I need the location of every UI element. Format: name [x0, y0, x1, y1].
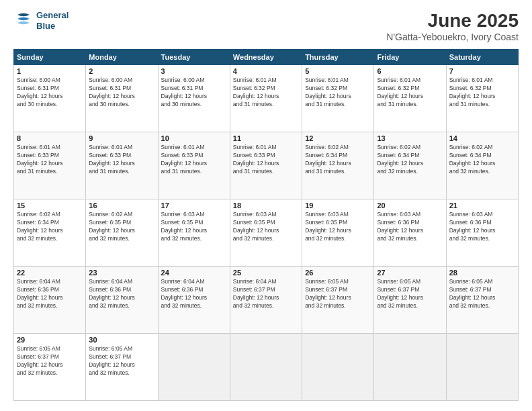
- day-info: Sunrise: 6:04 AM Sunset: 6:37 PM Dayligh…: [233, 278, 299, 310]
- day-info: Sunrise: 6:05 AM Sunset: 6:37 PM Dayligh…: [17, 345, 83, 377]
- day-number: 14: [449, 134, 515, 142]
- calendar-day-cell: 19Sunrise: 6:03 AM Sunset: 6:35 PM Dayli…: [302, 199, 374, 267]
- day-number: 18: [233, 201, 299, 210]
- day-number: 4: [233, 67, 299, 75]
- day-info: Sunrise: 6:02 AM Sunset: 6:34 PM Dayligh…: [449, 144, 515, 176]
- calendar-day-cell: 24Sunrise: 6:04 AM Sunset: 6:36 PM Dayli…: [158, 267, 230, 334]
- calendar-day-cell: 22Sunrise: 6:04 AM Sunset: 6:36 PM Dayli…: [14, 267, 86, 334]
- calendar-day-cell: [374, 334, 446, 401]
- day-info: Sunrise: 6:01 AM Sunset: 6:33 PM Dayligh…: [233, 144, 299, 176]
- calendar-day-cell: 17Sunrise: 6:03 AM Sunset: 6:35 PM Dayli…: [158, 199, 230, 267]
- weekday-header: Wednesday: [230, 50, 302, 65]
- calendar-week-row: 29Sunrise: 6:05 AM Sunset: 6:37 PM Dayli…: [14, 334, 519, 401]
- main-title: June 2025: [386, 10, 519, 32]
- day-number: 17: [161, 201, 227, 210]
- calendar-day-cell: 7Sunrise: 6:01 AM Sunset: 6:32 PM Daylig…: [446, 65, 518, 132]
- logo-text: General Blue: [36, 10, 69, 31]
- day-number: 2: [89, 67, 154, 75]
- day-number: 16: [89, 201, 154, 210]
- day-number: 25: [233, 269, 299, 277]
- weekday-header: Saturday: [446, 50, 518, 65]
- day-info: Sunrise: 6:03 AM Sunset: 6:35 PM Dayligh…: [233, 211, 299, 243]
- day-number: 21: [449, 201, 515, 210]
- day-info: Sunrise: 6:01 AM Sunset: 6:32 PM Dayligh…: [233, 77, 299, 109]
- day-info: Sunrise: 6:02 AM Sunset: 6:34 PM Dayligh…: [17, 211, 83, 243]
- calendar-day-cell: 11Sunrise: 6:01 AM Sunset: 6:33 PM Dayli…: [230, 132, 302, 199]
- day-number: 13: [377, 134, 443, 142]
- day-info: Sunrise: 6:03 AM Sunset: 6:36 PM Dayligh…: [377, 211, 443, 243]
- calendar-day-cell: [446, 334, 518, 401]
- day-info: Sunrise: 6:05 AM Sunset: 6:37 PM Dayligh…: [377, 278, 443, 310]
- calendar-day-cell: [302, 334, 374, 401]
- day-number: 7: [449, 67, 515, 75]
- day-number: 22: [17, 269, 83, 277]
- day-number: 23: [89, 269, 154, 277]
- subtitle: N'Gatta-Yebouekro, Ivory Coast: [386, 32, 519, 42]
- day-info: Sunrise: 6:01 AM Sunset: 6:33 PM Dayligh…: [89, 144, 154, 176]
- weekday-header: Sunday: [14, 50, 86, 65]
- day-info: Sunrise: 6:03 AM Sunset: 6:35 PM Dayligh…: [305, 211, 371, 243]
- calendar-day-cell: [230, 334, 302, 401]
- day-info: Sunrise: 6:02 AM Sunset: 6:35 PM Dayligh…: [89, 211, 154, 243]
- day-info: Sunrise: 6:01 AM Sunset: 6:32 PM Dayligh…: [449, 77, 515, 109]
- calendar-table: SundayMondayTuesdayWednesdayThursdayFrid…: [13, 49, 519, 401]
- day-number: 15: [17, 201, 83, 210]
- day-info: Sunrise: 6:00 AM Sunset: 6:31 PM Dayligh…: [17, 77, 83, 109]
- day-number: 12: [305, 134, 371, 142]
- calendar-day-cell: 1Sunrise: 6:00 AM Sunset: 6:31 PM Daylig…: [14, 65, 86, 132]
- weekday-header: Friday: [374, 50, 446, 65]
- calendar-day-cell: 27Sunrise: 6:05 AM Sunset: 6:37 PM Dayli…: [374, 267, 446, 334]
- calendar-day-cell: 3Sunrise: 6:00 AM Sunset: 6:31 PM Daylig…: [158, 65, 230, 132]
- day-number: 19: [305, 201, 371, 210]
- calendar-week-row: 1Sunrise: 6:00 AM Sunset: 6:31 PM Daylig…: [14, 65, 519, 132]
- day-info: Sunrise: 6:04 AM Sunset: 6:36 PM Dayligh…: [161, 278, 227, 310]
- title-block: June 2025 N'Gatta-Yebouekro, Ivory Coast: [386, 10, 519, 42]
- day-number: 11: [233, 134, 299, 142]
- day-number: 27: [377, 269, 443, 277]
- day-info: Sunrise: 6:05 AM Sunset: 6:37 PM Dayligh…: [449, 278, 515, 310]
- day-info: Sunrise: 6:01 AM Sunset: 6:33 PM Dayligh…: [161, 144, 227, 176]
- calendar-day-cell: 6Sunrise: 6:01 AM Sunset: 6:32 PM Daylig…: [374, 65, 446, 132]
- header: General Blue June 2025 N'Gatta-Yebouekro…: [13, 10, 519, 42]
- calendar-day-cell: 29Sunrise: 6:05 AM Sunset: 6:37 PM Dayli…: [14, 334, 86, 401]
- day-info: Sunrise: 6:04 AM Sunset: 6:36 PM Dayligh…: [89, 278, 154, 310]
- calendar-day-cell: [158, 334, 230, 401]
- day-info: Sunrise: 6:03 AM Sunset: 6:35 PM Dayligh…: [161, 211, 227, 243]
- day-number: 5: [305, 67, 371, 75]
- calendar-day-cell: 26Sunrise: 6:05 AM Sunset: 6:37 PM Dayli…: [302, 267, 374, 334]
- calendar-day-cell: 25Sunrise: 6:04 AM Sunset: 6:37 PM Dayli…: [230, 267, 302, 334]
- day-number: 20: [377, 201, 443, 210]
- calendar-day-cell: 30Sunrise: 6:05 AM Sunset: 6:37 PM Dayli…: [86, 334, 158, 401]
- day-number: 30: [89, 336, 154, 344]
- day-number: 29: [17, 336, 83, 344]
- calendar-day-cell: 15Sunrise: 6:02 AM Sunset: 6:34 PM Dayli…: [14, 199, 86, 267]
- day-number: 24: [161, 269, 227, 277]
- day-info: Sunrise: 6:02 AM Sunset: 6:34 PM Dayligh…: [377, 144, 443, 176]
- calendar-day-cell: 20Sunrise: 6:03 AM Sunset: 6:36 PM Dayli…: [374, 199, 446, 267]
- calendar-day-cell: 21Sunrise: 6:03 AM Sunset: 6:36 PM Dayli…: [446, 199, 518, 267]
- day-info: Sunrise: 6:00 AM Sunset: 6:31 PM Dayligh…: [161, 77, 227, 109]
- calendar-week-row: 8Sunrise: 6:01 AM Sunset: 6:33 PM Daylig…: [14, 132, 519, 199]
- calendar-day-cell: 4Sunrise: 6:01 AM Sunset: 6:32 PM Daylig…: [230, 65, 302, 132]
- day-number: 10: [161, 134, 227, 142]
- day-number: 26: [305, 269, 371, 277]
- day-info: Sunrise: 6:04 AM Sunset: 6:36 PM Dayligh…: [17, 278, 83, 310]
- day-number: 3: [161, 67, 227, 75]
- day-info: Sunrise: 6:05 AM Sunset: 6:37 PM Dayligh…: [305, 278, 371, 310]
- weekday-header: Monday: [86, 50, 158, 65]
- day-info: Sunrise: 6:03 AM Sunset: 6:36 PM Dayligh…: [449, 211, 515, 243]
- calendar-day-cell: 14Sunrise: 6:02 AM Sunset: 6:34 PM Dayli…: [446, 132, 518, 199]
- day-info: Sunrise: 6:01 AM Sunset: 6:32 PM Dayligh…: [377, 77, 443, 109]
- weekday-row: SundayMondayTuesdayWednesdayThursdayFrid…: [14, 50, 519, 65]
- weekday-header: Thursday: [302, 50, 374, 65]
- calendar-header: SundayMondayTuesdayWednesdayThursdayFrid…: [14, 50, 519, 65]
- calendar-day-cell: 8Sunrise: 6:01 AM Sunset: 6:33 PM Daylig…: [14, 132, 86, 199]
- calendar-day-cell: 23Sunrise: 6:04 AM Sunset: 6:36 PM Dayli…: [86, 267, 158, 334]
- calendar-day-cell: 28Sunrise: 6:05 AM Sunset: 6:37 PM Dayli…: [446, 267, 518, 334]
- weekday-header: Tuesday: [158, 50, 230, 65]
- day-number: 28: [449, 269, 515, 277]
- day-info: Sunrise: 6:01 AM Sunset: 6:32 PM Dayligh…: [305, 77, 371, 109]
- calendar-week-row: 22Sunrise: 6:04 AM Sunset: 6:36 PM Dayli…: [14, 267, 519, 334]
- day-info: Sunrise: 6:02 AM Sunset: 6:34 PM Dayligh…: [305, 144, 371, 176]
- day-number: 6: [377, 67, 443, 75]
